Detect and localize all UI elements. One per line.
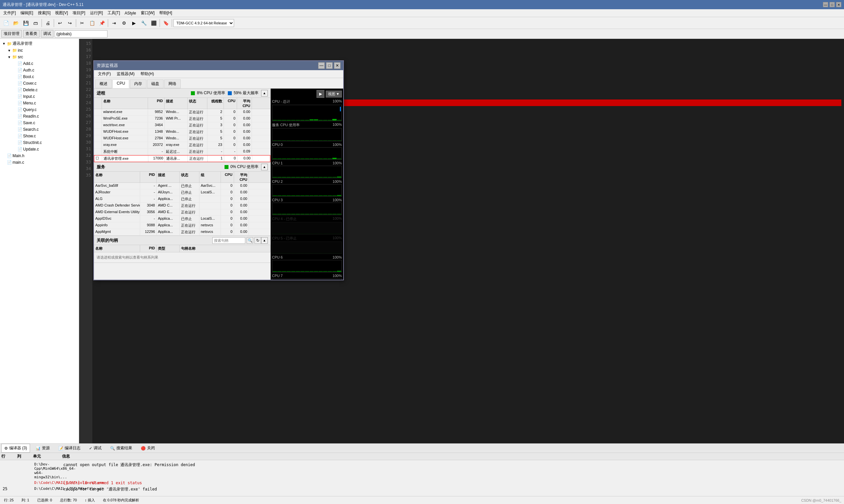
menu-help[interactable]: 帮助[H] xyxy=(157,10,174,16)
inc-toggle[interactable]: ▼ xyxy=(6,49,12,52)
menu-window[interactable]: 窗口[W] xyxy=(139,10,157,16)
stop-btn[interactable]: ⬛ xyxy=(149,18,158,28)
rm-tab-overview[interactable]: 概述 xyxy=(95,79,112,88)
root-toggle[interactable]: ▼ xyxy=(1,42,6,46)
service-row[interactable]: AJRouter-AllJoyn...已停止LocalS...00.00 xyxy=(94,190,270,196)
indent-btn[interactable]: ⇥ xyxy=(109,18,119,28)
process-row[interactable]: WUDFHost.exe2784Windo...正在运行500.00 xyxy=(94,136,270,142)
service-row[interactable]: ALG-Applica...已停止00.00 xyxy=(94,196,270,203)
col-avgcpu[interactable]: 平均 CPU xyxy=(237,98,252,109)
copy-btn[interactable]: 📋 xyxy=(87,18,97,28)
maximize-btn[interactable]: □ xyxy=(829,2,835,7)
handle-col-name[interactable]: 名称 xyxy=(94,245,140,252)
redo-btn[interactable]: ↪ xyxy=(65,18,74,28)
process-row[interactable]: wlanext.exe9852Windo...正在运行200.00 xyxy=(94,109,270,115)
process-expand-btn[interactable]: ▲ xyxy=(261,90,268,96)
tab-resources[interactable]: 📊 资源 xyxy=(33,444,53,453)
new-btn[interactable]: 📄 xyxy=(1,18,11,28)
src-toggle[interactable]: ▼ xyxy=(6,55,12,59)
handle-search-btn[interactable]: 🔍 xyxy=(247,237,253,244)
tab-search-results[interactable]: 🔍 搜索结果 xyxy=(107,444,135,453)
log-row-1[interactable]: D:\Dev-Cpp\MinGW64\x86_64-w64-mingw32\bi… xyxy=(1,462,843,480)
minimize-btn[interactable]: — xyxy=(823,2,828,7)
rm-tab-memory[interactable]: 内存 xyxy=(130,79,147,88)
process-row[interactable]: 系统中断-延迟过...正在运行--0.09 xyxy=(94,148,270,155)
handle-search-input[interactable] xyxy=(212,237,245,244)
compiler-selector[interactable]: TDM-GCC 4.9.2 64-bit Release xyxy=(173,19,234,27)
col-cpu[interactable]: CPU xyxy=(224,98,237,109)
handle-col-type[interactable]: 类型 xyxy=(157,245,180,252)
service-expand-btn[interactable]: ▲ xyxy=(261,164,268,170)
service-row[interactable]: Appinfo9088Applica...正在运行netsvcs00.00 xyxy=(94,222,270,229)
rm-minimize-btn[interactable]: — xyxy=(318,62,325,69)
col-pid[interactable]: PID xyxy=(148,98,165,109)
tree-file-mainh[interactable]: 📄Main.h xyxy=(6,152,77,159)
menu-edit[interactable]: 编辑[E] xyxy=(18,10,35,16)
process-row[interactable]: WmiPrvSE.exe7236WMI Pr...正在运行500.00 xyxy=(94,115,270,122)
log-row-3[interactable]: 25 D:\Code\C\MAIL_LIST\Makefile.win reci… xyxy=(1,486,843,493)
service-row[interactable]: AppIDSvc-Applica...已停止LocalS...00.00 xyxy=(94,216,270,222)
svc-col-group[interactable]: 组 xyxy=(200,172,221,182)
svc-col-name[interactable]: 名称 xyxy=(94,172,140,182)
inc-node[interactable]: ▼ 📁 inc xyxy=(6,47,77,54)
menu-file[interactable]: 文件[F] xyxy=(1,10,18,16)
rm-menu-monitor[interactable]: 监视器(M) xyxy=(114,71,137,77)
tab-debug[interactable]: ✓ 调试 xyxy=(86,444,104,453)
svc-col-desc[interactable]: 描述 xyxy=(157,172,180,182)
view-dropdown-btn[interactable]: 视图 ▼ xyxy=(326,91,342,97)
log-row-2[interactable]: D:\Code\C\MAIL_LIST\collect2.exe [Error]… xyxy=(1,480,843,486)
handle-col-pid[interactable]: PID xyxy=(140,245,157,252)
tree-file-add[interactable]: 📄Add.c xyxy=(17,60,77,67)
save-btn[interactable]: 💾 xyxy=(21,18,30,28)
col-desc[interactable]: 描述 xyxy=(165,98,188,109)
rm-tab-cpu[interactable]: CPU xyxy=(113,79,129,88)
service-row[interactable]: AMD External Events Utility3056AMD E...正… xyxy=(94,209,270,216)
handle-refresh-btn[interactable]: ↻ xyxy=(255,237,261,244)
service-row[interactable]: AppMgmt12296Applica...正在运行netsvcs00.00 xyxy=(94,229,270,236)
rm-menu-help[interactable]: 帮助(H) xyxy=(138,71,157,77)
debug-tab[interactable]: 调试 xyxy=(41,30,53,38)
compile-btn[interactable]: ⚙ xyxy=(119,18,128,28)
handle-expand-btn[interactable]: ▲ xyxy=(261,237,268,244)
menu-tools[interactable]: 工具[T] xyxy=(105,10,122,16)
cut-btn[interactable]: ✂ xyxy=(77,18,87,28)
menu-astyle[interactable]: AStyle xyxy=(123,10,138,16)
tree-file-query[interactable]: 📄Query.c xyxy=(17,106,77,113)
tab-compiler[interactable]: ⚙ 编译器 (3) xyxy=(1,444,30,453)
view-class-tab[interactable]: 查看类 xyxy=(23,30,39,38)
undo-btn[interactable]: ↩ xyxy=(55,18,65,28)
rm-tab-disk[interactable]: 磁盘 xyxy=(147,79,163,88)
tree-root[interactable]: ▼ 📁 通讯录管理 xyxy=(1,40,77,47)
service-row[interactable]: AMD Crash Defender Service3048AMD C...正在… xyxy=(94,203,270,209)
tree-file-show[interactable]: 📄Show.c xyxy=(17,133,77,139)
tree-file-save[interactable]: 📄Save.c xyxy=(17,120,77,126)
run-btn[interactable]: ▶ xyxy=(129,18,138,28)
tree-file-auth[interactable]: 📄Auth.c xyxy=(17,67,77,73)
tree-file-menu[interactable]: 📄Menu.c xyxy=(17,100,77,106)
menu-project[interactable]: 项目[P] xyxy=(71,10,87,16)
process-row[interactable]: wsctrlsvc.exe3464正在运行300.00 xyxy=(94,122,270,129)
bookmark-btn[interactable]: 🔖 xyxy=(161,18,170,28)
svc-col-avgcpu[interactable]: 平均 CPU xyxy=(234,172,249,182)
col-status[interactable]: 状态 xyxy=(188,98,207,109)
process-row-selected[interactable]: ☐通讯录管理.exe17000通讯录...正在运行100.00 xyxy=(94,155,270,162)
globals-input[interactable] xyxy=(55,30,107,38)
open-btn[interactable]: 📂 xyxy=(11,18,20,28)
rm-tab-network[interactable]: 网络 xyxy=(164,79,181,88)
close-btn[interactable]: ✕ xyxy=(836,2,841,7)
tree-file-readin[interactable]: 📄ReadIn.c xyxy=(17,113,77,120)
tree-file-input[interactable]: 📄Input.c xyxy=(17,93,77,100)
view-arrow-btn[interactable]: ▶ xyxy=(316,90,324,98)
tab-compile-log[interactable]: 📝 编译日志 xyxy=(55,444,83,453)
tree-file-search[interactable]: 📄Search.c xyxy=(17,126,77,133)
tree-file-mainc[interactable]: 📄main.c xyxy=(6,159,77,166)
svc-col-status[interactable]: 状态 xyxy=(180,172,200,182)
tree-file-delete[interactable]: 📄Delete.c xyxy=(17,87,77,93)
paste-btn[interactable]: 📌 xyxy=(97,18,106,28)
menu-view[interactable]: 视图[V] xyxy=(53,10,70,16)
rm-close-btn[interactable]: ✕ xyxy=(334,62,341,69)
tree-file-structinit[interactable]: 📄StructInit.c xyxy=(17,139,77,146)
tree-file-bool[interactable]: 📄Bool.c xyxy=(17,73,77,80)
process-row[interactable]: xray.exe20372xray.exe正在运行2300.00 xyxy=(94,142,270,148)
debug-btn[interactable]: 🔧 xyxy=(139,18,148,28)
